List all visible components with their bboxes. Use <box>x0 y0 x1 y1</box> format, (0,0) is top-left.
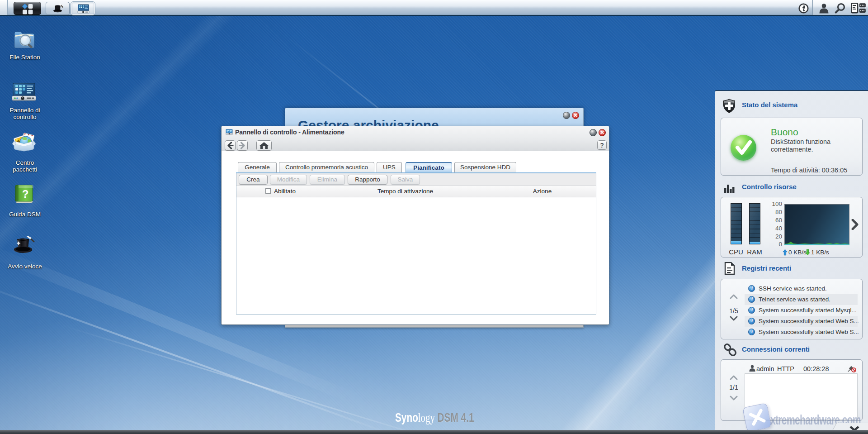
svg-text:?: ? <box>22 188 29 200</box>
